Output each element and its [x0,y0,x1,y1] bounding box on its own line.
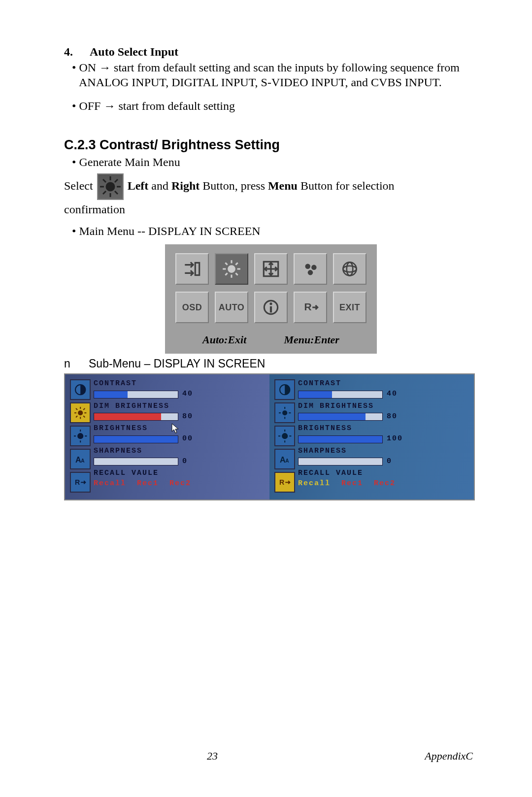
svg-line-8 [103,191,106,194]
svg-line-38 [76,408,77,410]
svg-point-42 [78,433,83,438]
side-recall-icon[interactable]: R [70,472,91,493]
svg-line-5 [103,179,106,182]
side-text-icon[interactable]: AA [70,449,91,469]
side-text-icon[interactable]: AA [274,449,295,469]
submenu-heading: nSub-Menu – DISPLAY IN SCREEN [64,357,478,371]
osd-brightness-icon[interactable] [215,253,248,285]
svg-point-23 [311,265,317,270]
svg-point-24 [308,270,313,275]
submenu-left: AA R CONTRAST 40 DIM BRIGHTNESS 80 BRIGH… [65,374,269,499]
appendix-label: AppendixC [425,750,473,763]
side-contrast-icon[interactable] [70,379,91,400]
submenu-screenshots: AA R CONTRAST 40 DIM BRIGHTNESS 80 BRIGH… [64,373,475,500]
bullet-on: ON → start from default setting and scan… [64,60,478,90]
osd-exit-button[interactable]: EXIT [333,292,366,323]
section-4-heading: 4.Auto Select Input [64,44,478,59]
svg-text:R: R [75,478,81,486]
heading-c23: C.2.3 Contrast/ Brightness Setting [64,137,478,154]
svg-line-40 [83,408,85,410]
svg-point-27 [347,262,353,275]
osd-color-icon[interactable] [294,253,327,285]
svg-rect-9 [195,263,199,275]
svg-point-56 [282,433,287,438]
svg-line-16 [235,273,237,275]
svg-line-39 [83,416,85,417]
side-brightness-icon[interactable] [274,426,295,446]
svg-point-25 [343,262,356,275]
bullet-main-menu: Main Menu -- DISPLAY IN SCREEN [64,224,478,238]
osd-osd-button[interactable]: OSD [175,292,209,323]
svg-line-17 [235,263,237,265]
svg-point-29 [269,302,272,305]
select-instruction: Select Left and Right Button, press Menu… [64,173,478,219]
osd-info-button[interactable] [254,292,288,323]
osd-auto-button[interactable]: AUTO [215,292,248,323]
side-contrast-icon[interactable] [274,379,295,400]
svg-rect-30 [270,306,272,313]
side-dim-brightness-icon[interactable] [70,402,91,423]
svg-text:A: A [285,458,290,464]
svg-point-0 [106,183,114,191]
svg-point-22 [305,264,311,269]
svg-line-41 [76,416,77,417]
side-dim-brightness-icon[interactable] [274,402,295,423]
brightness-icon [97,173,124,200]
bullet-generate-main-menu: Generate Main Menu [64,155,478,169]
svg-point-51 [283,411,287,415]
svg-text:R: R [279,478,285,486]
osd-main-menu: OSD AUTO R EXIT Auto:Exit Menu:Enter [165,244,377,354]
svg-line-6 [115,191,118,194]
bullet-off: OFF → start from default setting [64,99,478,113]
svg-line-7 [115,179,118,182]
osd-hint-auto: Auto:Exit [202,333,246,347]
osd-input-icon[interactable] [175,253,209,285]
svg-point-26 [343,266,356,272]
svg-text:R: R [304,301,312,312]
side-brightness-icon[interactable] [70,426,91,446]
side-recall-icon[interactable]: R [274,472,295,493]
page-number: 23 [207,750,218,763]
osd-hint-menu: Menu:Enter [284,333,339,347]
osd-globe-icon[interactable] [333,253,366,285]
page-footer: 23 AppendixC [0,750,532,763]
svg-point-33 [78,411,82,415]
cursor-icon [171,423,180,434]
osd-reset-button[interactable]: R [294,292,327,323]
submenu-right: AA R CONTRAST 40 DIM BRIGHTNESS 80 BRIGH… [269,374,474,499]
svg-point-10 [229,266,235,272]
svg-line-15 [225,263,227,265]
svg-line-18 [225,273,227,275]
svg-text:A: A [81,458,85,464]
osd-position-icon[interactable] [254,253,288,285]
